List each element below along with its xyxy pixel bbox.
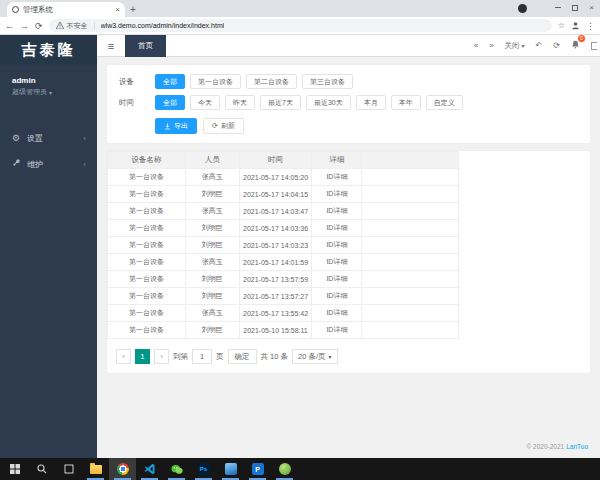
col-detail: 详细 (312, 152, 362, 169)
taskbar-search-button[interactable] (28, 458, 55, 480)
time-filter-all[interactable]: 全部 (155, 95, 185, 110)
table-row: 第一台设备张高玉2021-05-17 13:55:42ID详细 (108, 305, 459, 322)
table-row: 第一台设备刘明巨2021-05-17 14:03:36ID详细 (108, 220, 459, 237)
taskbar-chrome[interactable] (109, 458, 136, 480)
tab-home[interactable]: 首页 (125, 35, 166, 57)
taskbar-app-green[interactable] (271, 458, 298, 480)
taskbar-photoshop[interactable]: Ps (190, 458, 217, 480)
tabs-scroll-right-icon[interactable]: » (489, 41, 493, 50)
cell-person: 张高玉 (185, 254, 239, 271)
cell-detail[interactable]: ID详细 (312, 203, 362, 220)
device-filter-all[interactable]: 全部 (155, 74, 185, 89)
device-filter-label: 设备 (119, 77, 155, 87)
window-maximize-button[interactable] (566, 0, 583, 15)
cell-time: 2021-05-17 14:03:36 (239, 220, 312, 237)
cell-detail[interactable]: ID详细 (312, 186, 362, 203)
sidebar-item-label: 设置 (27, 133, 43, 144)
start-button[interactable] (1, 458, 28, 480)
cell-detail[interactable]: ID详细 (312, 288, 362, 305)
export-button[interactable]: 导出 (155, 118, 197, 134)
device-filter-row: 设备 全部 第一台设备 第二台设备 第三台设备 (119, 74, 580, 89)
refresh-button[interactable]: ⟳ 刷新 (203, 118, 244, 134)
cell-detail[interactable]: ID详细 (312, 169, 362, 186)
window-close-button[interactable]: × (583, 0, 600, 15)
next-page-button[interactable]: › (154, 349, 169, 364)
cell-detail[interactable]: ID详细 (312, 220, 362, 237)
goto-label: 到第 (173, 352, 188, 362)
sidebar-item-settings[interactable]: ⚙ 设置 ‹ (0, 125, 97, 151)
hamburger-icon[interactable]: ≡ (97, 40, 125, 52)
refresh-page-icon[interactable]: ⟳ (553, 41, 560, 50)
browser-profile-icon[interactable] (518, 4, 527, 13)
taskbar-app-cube[interactable] (217, 458, 244, 480)
brand-link[interactable]: LanTuo (566, 443, 588, 450)
time-filter-30days[interactable]: 最近30天 (306, 95, 351, 110)
cell-time: 2021-05-17 14:03:23 (239, 237, 312, 254)
current-page-button[interactable]: 1 (135, 349, 150, 364)
taskbar-vscode[interactable] (136, 458, 163, 480)
goto-page-input[interactable] (192, 349, 212, 364)
reload-button[interactable]: ⟳ (35, 21, 43, 31)
device-filter-1[interactable]: 第一台设备 (190, 74, 241, 89)
new-tab-button[interactable]: + (125, 4, 141, 17)
table-row: 第一台设备刘明巨2021-05-17 14:03:23ID详细 (108, 237, 459, 254)
taskbar-wechat[interactable] (163, 458, 190, 480)
cell-filler (362, 220, 459, 237)
forward-button[interactable]: → (20, 21, 29, 31)
taskbar-app-p[interactable]: P (244, 458, 271, 480)
table-row: 第一台设备刘明巨2021-05-10 15:58:11ID详细 (108, 322, 459, 339)
photoshop-icon: Ps (198, 463, 210, 475)
cell-filler (362, 237, 459, 254)
browser-toolbar: ← → ⟳ 不安全 wlw3.demo.com/admin/index/inde… (0, 17, 600, 35)
table-row: 第一台设备刘明巨2021-05-17 14:04:15ID详细 (108, 186, 459, 203)
cell-time: 2021-05-17 14:05:20 (239, 169, 312, 186)
window-minimize-button[interactable] (549, 0, 566, 15)
fullscreen-icon[interactable] (591, 42, 597, 50)
page-size-select[interactable]: 20 条/页 ▾ (292, 349, 338, 364)
prev-page-button[interactable]: ‹ (116, 349, 131, 364)
time-filter-7days[interactable]: 最近7天 (260, 95, 301, 110)
export-label: 导出 (174, 121, 188, 131)
cell-device: 第一台设备 (108, 186, 186, 203)
table-row: 第一台设备刘明巨2021-05-17 13:57:27ID详细 (108, 288, 459, 305)
task-view-button[interactable] (55, 458, 82, 480)
browser-tab[interactable]: 管理系统 × (7, 2, 125, 17)
time-filter-today[interactable]: 今天 (190, 95, 220, 110)
cell-detail[interactable]: ID详细 (312, 271, 362, 288)
time-filter-custom[interactable]: 自定义 (426, 95, 463, 110)
browser-avatar-icon[interactable] (571, 21, 580, 30)
browser-menu-icon[interactable]: ⋮ (586, 21, 595, 31)
wrench-icon (11, 159, 21, 169)
cell-detail[interactable]: ID详细 (312, 305, 362, 322)
notification-bell[interactable]: 0 (571, 40, 580, 51)
time-filter-yesterday[interactable]: 昨天 (225, 95, 255, 110)
cell-filler (362, 305, 459, 322)
sidebar: 吉泰隆 admin 超级管理员 ▾ ⚙ 设置 ‹ 维护 (0, 35, 97, 458)
tabs-scroll-left-icon[interactable]: « (474, 41, 478, 50)
bookmark-star-icon[interactable]: ☆ (558, 21, 565, 30)
cell-person: 刘明巨 (185, 186, 239, 203)
close-tabs-label: 关闭 (505, 41, 520, 51)
device-filter-3[interactable]: 第三台设备 (302, 74, 353, 89)
close-tabs-dropdown[interactable]: 关闭 ▾ (505, 41, 525, 51)
device-filter-2[interactable]: 第二台设备 (246, 74, 297, 89)
cell-filler (362, 186, 459, 203)
cell-detail[interactable]: ID详细 (312, 322, 362, 339)
cell-device: 第一台设备 (108, 271, 186, 288)
content-area: 设备 全部 第一台设备 第二台设备 第三台设备 时间 全部 今天 昨天 最近7天… (97, 57, 600, 458)
address-bar[interactable]: 不安全 wlw3.demo.com/admin/index/index.html (49, 19, 552, 32)
sidebar-item-maintenance[interactable]: 维护 ‹ (0, 151, 97, 177)
cell-detail[interactable]: ID详细 (312, 237, 362, 254)
user-role-dropdown[interactable]: 超级管理员 ▾ (12, 87, 85, 97)
time-filter-year[interactable]: 本年 (391, 95, 421, 110)
tab-favicon-icon (12, 6, 19, 13)
undo-icon[interactable]: ↶ (536, 41, 543, 50)
cell-device: 第一台设备 (108, 169, 186, 186)
gear-icon: ⚙ (11, 133, 21, 143)
taskbar-file-explorer[interactable] (82, 458, 109, 480)
time-filter-month[interactable]: 本月 (356, 95, 386, 110)
back-button[interactable]: ← (5, 21, 14, 31)
cell-detail[interactable]: ID详细 (312, 254, 362, 271)
tab-close-icon[interactable]: × (115, 5, 120, 14)
confirm-button[interactable]: 确定 (228, 349, 257, 364)
